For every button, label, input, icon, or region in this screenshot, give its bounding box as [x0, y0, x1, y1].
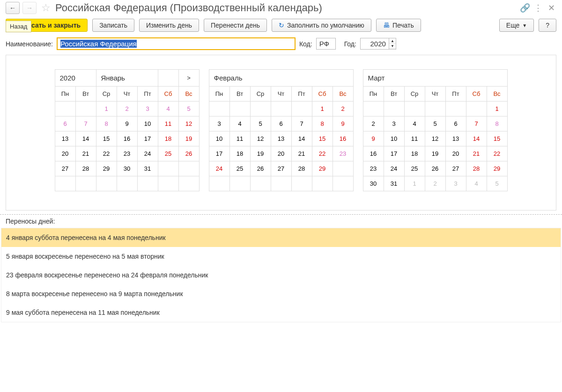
day-cell[interactable]: 6 — [271, 116, 291, 131]
day-cell[interactable]: 20 — [445, 146, 466, 161]
day-cell[interactable]: 2 — [333, 102, 353, 116]
day-cell[interactable]: 30 — [117, 161, 137, 176]
day-cell[interactable]: 8 — [487, 116, 507, 131]
day-cell[interactable]: 17 — [137, 131, 158, 146]
day-cell[interactable]: 5 — [178, 102, 199, 116]
nav-back-button[interactable]: ← — [6, 2, 20, 14]
day-cell[interactable]: 12 — [250, 131, 271, 146]
day-cell[interactable]: 29 — [96, 161, 117, 176]
day-cell[interactable]: 4 — [466, 176, 487, 191]
day-cell[interactable]: 13 — [55, 131, 75, 146]
day-cell[interactable]: 23 — [333, 146, 353, 161]
day-cell[interactable]: 4 — [229, 116, 250, 131]
day-cell[interactable]: 31 — [137, 161, 158, 176]
day-cell[interactable]: 29 — [312, 161, 333, 176]
move-day-button[interactable]: Перенести день — [204, 19, 267, 32]
day-cell[interactable]: 7 — [291, 116, 312, 131]
day-cell[interactable]: 1 — [96, 102, 117, 116]
day-cell[interactable]: 31 — [384, 176, 404, 191]
year-cell[interactable]: 2020 — [55, 70, 96, 87]
print-button[interactable]: Печать — [376, 19, 421, 32]
more-button[interactable]: Еще ▼ — [499, 19, 534, 32]
day-cell[interactable]: 10 — [384, 131, 404, 146]
day-cell[interactable]: 20 — [271, 146, 291, 161]
transfer-row[interactable]: 8 марта воскресенье перенесено на 9 март… — [1, 284, 561, 303]
day-cell[interactable]: 19 — [250, 146, 271, 161]
day-cell[interactable]: 18 — [404, 146, 425, 161]
day-cell[interactable]: 1 — [487, 102, 507, 116]
day-cell[interactable]: 8 — [312, 116, 333, 131]
day-cell[interactable]: 15 — [312, 131, 333, 146]
year-up-icon[interactable]: ▲ — [389, 38, 396, 44]
code-input[interactable]: РФ — [316, 38, 336, 50]
day-cell[interactable]: 20 — [55, 146, 75, 161]
change-day-button[interactable]: Изменить день — [139, 19, 199, 32]
day-cell[interactable]: 27 — [271, 161, 291, 176]
day-cell[interactable]: 5 — [250, 116, 271, 131]
transfer-row[interactable]: 5 января воскресенье перенесено на 5 мая… — [1, 247, 561, 266]
day-cell[interactable]: 28 — [291, 161, 312, 176]
day-cell[interactable]: 13 — [271, 131, 291, 146]
day-cell[interactable]: 3 — [384, 116, 404, 131]
day-cell[interactable]: 14 — [75, 131, 96, 146]
day-cell[interactable]: 2 — [425, 176, 445, 191]
day-cell[interactable]: 22 — [487, 146, 507, 161]
day-cell[interactable]: 22 — [312, 146, 333, 161]
day-cell[interactable]: 8 — [96, 116, 117, 131]
year-down-icon[interactable]: ▼ — [389, 44, 396, 49]
day-cell[interactable]: 28 — [75, 161, 96, 176]
day-cell[interactable]: 19 — [425, 146, 445, 161]
day-cell[interactable]: 10 — [137, 116, 158, 131]
day-cell[interactable]: 24 — [137, 146, 158, 161]
transfer-row[interactable]: 4 января суббота перенесена на 4 мая пон… — [1, 228, 561, 247]
day-cell[interactable]: 29 — [487, 161, 507, 176]
day-cell[interactable]: 11 — [404, 131, 425, 146]
day-cell[interactable]: 6 — [55, 116, 75, 131]
link-icon[interactable]: 🔗 — [520, 3, 530, 13]
month-next-icon[interactable]: > — [178, 70, 199, 87]
day-cell[interactable]: 7 — [75, 116, 96, 131]
day-cell[interactable]: 14 — [291, 131, 312, 146]
day-cell[interactable]: 2 — [117, 102, 137, 116]
day-cell[interactable]: 1 — [312, 102, 333, 116]
day-cell[interactable]: 18 — [229, 146, 250, 161]
day-cell[interactable]: 2 — [363, 116, 384, 131]
day-cell[interactable]: 12 — [425, 131, 445, 146]
day-cell[interactable]: 3 — [137, 102, 158, 116]
day-cell[interactable]: 16 — [333, 131, 353, 146]
day-cell[interactable]: 19 — [178, 131, 199, 146]
day-cell[interactable]: 21 — [291, 146, 312, 161]
day-cell[interactable]: 17 — [384, 146, 404, 161]
day-cell[interactable]: 21 — [75, 146, 96, 161]
month-name[interactable]: Январь — [96, 70, 158, 87]
day-cell[interactable]: 13 — [445, 131, 466, 146]
name-input[interactable]: Российская Федерация — [57, 37, 296, 50]
day-cell[interactable]: 16 — [363, 146, 384, 161]
fill-default-button[interactable]: Заполнить по умолчанию — [272, 19, 371, 32]
day-cell[interactable]: 17 — [209, 146, 229, 161]
day-cell[interactable]: 9 — [363, 131, 384, 146]
day-cell[interactable]: 9 — [333, 116, 353, 131]
day-cell[interactable]: 12 — [178, 116, 199, 131]
favorite-star-icon[interactable]: ☆ — [41, 2, 51, 14]
day-cell[interactable]: 24 — [384, 161, 404, 176]
transfer-row[interactable]: 9 мая суббота перенесена на 11 мая понед… — [1, 303, 561, 322]
year-spinner[interactable]: 2020 ▲ ▼ — [360, 38, 396, 50]
day-cell[interactable]: 30 — [363, 176, 384, 191]
day-cell[interactable]: 10 — [209, 131, 229, 146]
help-button[interactable]: ? — [539, 19, 556, 32]
day-cell[interactable]: 22 — [96, 146, 117, 161]
month-dropdown-icon[interactable] — [158, 70, 178, 87]
day-cell[interactable]: 21 — [466, 146, 487, 161]
day-cell[interactable]: 18 — [158, 131, 178, 146]
transfer-row[interactable]: 23 февраля воскресенье перенесено на 24 … — [1, 266, 561, 284]
day-cell[interactable]: 4 — [404, 116, 425, 131]
day-cell[interactable]: 1 — [404, 176, 425, 191]
day-cell[interactable]: 6 — [445, 116, 466, 131]
day-cell[interactable]: 5 — [425, 116, 445, 131]
day-cell[interactable]: 15 — [96, 131, 117, 146]
day-cell[interactable]: 16 — [117, 131, 137, 146]
day-cell[interactable]: 4 — [158, 102, 178, 116]
day-cell[interactable]: 27 — [445, 161, 466, 176]
day-cell[interactable]: 25 — [229, 161, 250, 176]
